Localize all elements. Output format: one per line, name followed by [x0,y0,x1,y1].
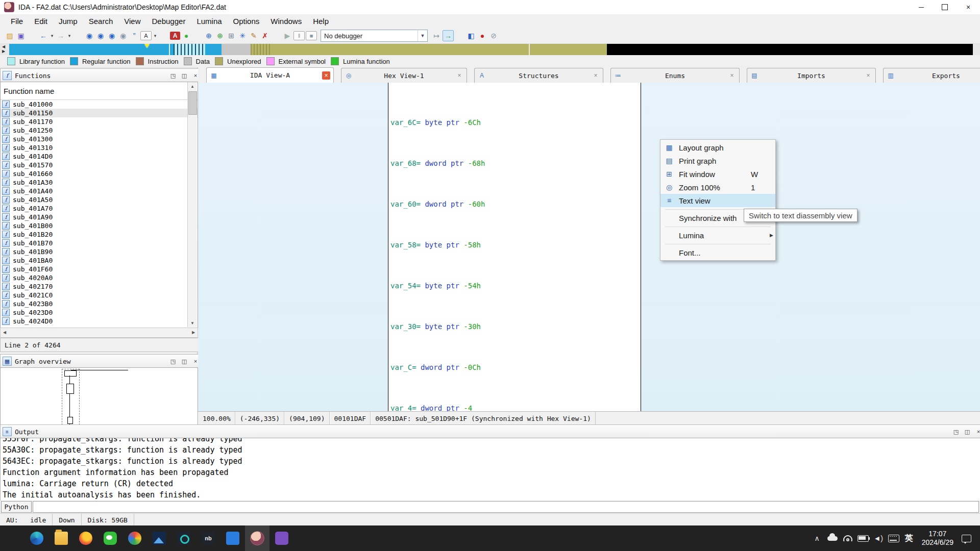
taskbar-app-wechat[interactable] [98,525,122,551]
menu-separator[interactable] [660,224,775,229]
asm-line[interactable]: var_68= dword ptr -68h [390,158,641,168]
menu-item-lumina[interactable]: Lumina ▶ [660,229,775,242]
ida-view-a-canvas[interactable]: var_6C= byte ptr -6Ch var_68= dword ptr … [198,83,980,411]
graph-node-block[interactable]: var_6C= byte ptr -6Ch var_68= dword ptr … [388,83,641,411]
search-immediate-button[interactable]: ◉ [107,31,117,41]
navigate-forward-button[interactable]: → [56,31,66,41]
navband-segment[interactable] [169,44,170,55]
function-list-item[interactable]: f sub_401250 [1,126,198,135]
function-list-item[interactable]: f sub_401660 [1,169,198,178]
create-function-button[interactable]: ⊕ [204,31,214,41]
lumina-pull-button[interactable]: ● [181,31,191,41]
tab-close-icon[interactable]: × [592,71,600,80]
minimize-button[interactable]: ─ [910,0,933,14]
function-list-item[interactable]: f sub_401150 [1,109,198,117]
maximize-button[interactable] [933,0,957,14]
tab-close-icon[interactable]: × [864,71,872,80]
scroll-right-icon[interactable]: ▶ [189,328,198,336]
menu-search[interactable]: Search [83,15,119,27]
taskbar-app-firefox[interactable] [74,525,98,551]
tab-close-icon[interactable]: × [455,71,463,80]
tab-close-icon[interactable]: × [322,71,330,80]
open-file-button[interactable]: ▨ [5,31,15,41]
undefine-button[interactable]: ✗ [260,31,270,41]
close-button[interactable]: × [957,0,980,14]
taskbar-app-explorer[interactable] [49,525,74,551]
menu-view[interactable]: View [118,15,146,27]
taskbar-app-edge[interactable] [24,525,49,551]
panel-float-button[interactable]: ◫ [180,72,188,79]
panel-close-button[interactable]: × [974,428,980,435]
functions-column-header[interactable]: Function name [1,82,198,100]
function-list-item[interactable]: f sub_401BA0 [1,256,198,265]
function-list-item[interactable]: f sub_401300 [1,135,198,143]
function-list-item[interactable]: f sub_401A70 [1,204,198,213]
functions-horizontal-scrollbar[interactable]: ◀ ▶ [0,328,198,338]
asm-line[interactable]: var_60= dword ptr -60h [390,199,641,209]
menu-windows[interactable]: Windows [265,15,307,27]
asm-line[interactable]: var_6C= byte ptr -6Ch [390,117,641,128]
tab-structures[interactable]: A Structures × [474,68,603,83]
function-list-item[interactable]: f sub_401B00 [1,221,198,230]
toolbar-separator[interactable] [455,31,465,41]
taskbar-app-ida[interactable] [245,525,270,551]
toolbar-separator[interactable] [271,31,281,41]
save-button[interactable]: ▣ [16,31,26,41]
rename-button[interactable]: ✳ [237,31,248,41]
function-list-item[interactable]: f sub_4023D0 [1,308,198,317]
function-list-item[interactable]: f sub_4014D0 [1,152,198,161]
add-breakpoint-button[interactable]: ● [477,31,487,41]
menu-item-zoom-100[interactable]: ◎ Zoom 100% 1 [660,181,775,194]
scroll-left-icon[interactable]: ◀ [1,328,9,336]
navband-segment[interactable] [271,44,607,55]
taskbar-app-photos[interactable] [147,525,172,551]
function-list-item[interactable]: f sub_401000 [1,100,198,109]
back-history-dropdown[interactable]: ▾ [50,31,55,41]
taskbar-app-nb[interactable]: nb [196,525,220,551]
pause-process-button[interactable]: ‖ [293,31,305,40]
run-until-return-button[interactable]: → [443,30,454,41]
taskbar-start-button[interactable] [0,525,24,551]
navband-segment[interactable] [222,44,251,55]
asm-line[interactable]: var_54= byte ptr -54h [390,281,641,291]
tray-notification-icon[interactable] [959,525,980,551]
tab-enums[interactable]: ≔ Enums × [610,68,740,83]
disassembly-code[interactable]: var_6C= byte ptr -6Ch var_68= dword ptr … [388,83,641,411]
tab-close-icon[interactable]: × [728,71,736,80]
tray-chevron-up-icon[interactable]: ∧ [810,525,825,551]
debugger-windows-button[interactable]: ◧ [466,31,476,41]
taskbar-clock[interactable]: 17:07 2024/6/29 [917,530,959,547]
toolbar-separator[interactable] [192,31,203,41]
function-list-item[interactable]: f sub_4024D0 [1,317,198,325]
navigate-back-button[interactable]: ← [38,31,48,41]
edit-comment-button[interactable]: ✎ [249,31,259,41]
functions-vertical-scrollbar[interactable]: ▲ ▼ [187,82,197,327]
tab-imports[interactable]: ▤ Imports × [747,68,876,83]
menu-file[interactable]: File [5,15,29,27]
text-options-button[interactable]: A [140,31,152,40]
function-list-item[interactable]: f sub_401A30 [1,178,198,187]
navband-segment[interactable] [251,44,271,55]
delete-breakpoint-button[interactable]: ⊘ [488,31,499,41]
graph-overview-canvas[interactable] [0,367,198,425]
tray-ime-indicator[interactable]: 英 [901,525,917,551]
toolbar-separator[interactable] [159,31,169,41]
function-list-item[interactable]: f sub_401B20 [1,230,198,239]
function-list-item[interactable]: f sub_4023B0 [1,299,198,308]
tray-onedrive-icon[interactable] [825,525,840,551]
panel-restore-button[interactable]: ◳ [169,358,177,365]
menu-debugger[interactable]: Debugger [146,15,191,27]
output-log[interactable]: 555F0F: propagate_stkargs: function is a… [0,438,980,502]
function-list-item[interactable]: f sub_402170 [1,282,198,291]
set-colors-button[interactable]: A [170,32,180,40]
asm-line[interactable]: var_C= dword ptr -0Ch [390,362,641,372]
asm-line[interactable]: var_4= dword ptr -4 [390,403,641,411]
function-list-item[interactable]: f sub_401B90 [1,247,198,256]
menu-jump[interactable]: Jump [53,15,83,27]
panel-restore-button[interactable]: ◳ [952,428,960,435]
forward-history-dropdown[interactable]: ▾ [67,31,72,41]
menu-separator[interactable] [660,242,775,246]
function-list-item[interactable]: f sub_4021C0 [1,291,198,299]
search-text-button[interactable]: ◉ [95,31,106,41]
function-list-item[interactable]: f sub_401F60 [1,265,198,273]
